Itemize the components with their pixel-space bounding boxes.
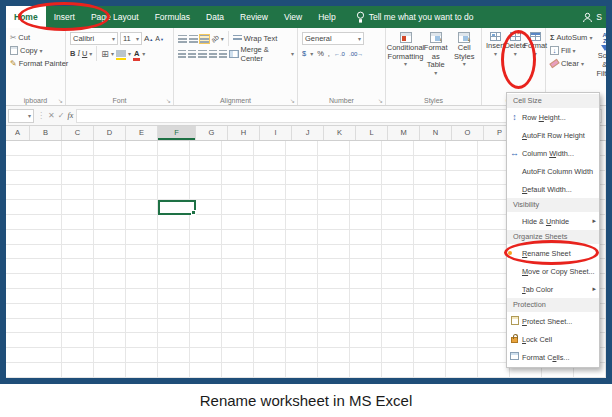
styles-group: Conditional Formatting ▾ ✎ Format as Tab… (386, 28, 482, 105)
chevron-down-icon[interactable]: ▾ (221, 35, 224, 42)
chevron-down-icon: ▾ (463, 61, 466, 68)
column-header-d[interactable]: D (94, 126, 126, 140)
align-middle-icon[interactable] (189, 35, 198, 43)
fill-color-icon[interactable] (116, 50, 126, 57)
comma-button[interactable]: , (328, 49, 330, 58)
grow-font-button[interactable]: A▲ (144, 34, 153, 43)
chevron-down-icon[interactable]: ▾ (291, 50, 294, 57)
column-header-o[interactable]: O (452, 126, 484, 140)
menu-item-label: Default Width... (522, 185, 596, 194)
cancel-icon[interactable]: ✕ (48, 111, 55, 120)
percent-button[interactable]: % (317, 49, 324, 58)
accept-icon[interactable]: ✓ (58, 111, 65, 120)
column-header-e[interactable]: E (126, 126, 158, 140)
font-group: Calibri ▾ 11 ▾ A▲ A▼ B I U ▾ ⊞ (66, 28, 174, 105)
menu-item-label: Format Cells... (522, 353, 596, 362)
fx-icon[interactable]: fx (67, 111, 73, 120)
menu-item-default-width[interactable]: Default Width... (507, 180, 599, 198)
menu-item-row-height[interactable]: ↕Row Height... (507, 108, 599, 126)
chevron-down-icon[interactable]: ▾ (89, 50, 92, 57)
merge-center-label[interactable]: Merge & Center (241, 45, 289, 63)
conditional-formatting-button[interactable]: Conditional Formatting ▾ (390, 31, 421, 77)
orientation-icon[interactable]: ab (210, 33, 220, 43)
fill-button[interactable]: ↓ Fill ▾ (550, 44, 592, 57)
chevron-down-icon[interactable]: ▾ (111, 50, 114, 57)
column-header-k[interactable]: K (324, 126, 356, 140)
tell-me-box[interactable]: Tell me what you want to do (356, 6, 474, 28)
column-header-h[interactable]: H (228, 126, 260, 140)
column-header-l[interactable]: L (356, 126, 388, 140)
tab-help[interactable]: Help (310, 6, 343, 28)
menu-item-format-cells[interactable]: Format Cells... (507, 348, 599, 366)
align-right-icon[interactable] (198, 50, 206, 58)
column-header-m[interactable]: M (388, 126, 420, 140)
dialog-launcher-icon[interactable]: ↘ (58, 97, 63, 104)
chevron-down-icon[interactable]: ▾ (142, 50, 145, 57)
italic-button[interactable]: I (77, 49, 80, 58)
number-format-select[interactable]: General ▾ (302, 32, 364, 45)
column-header-f[interactable]: F (158, 126, 196, 140)
align-center-icon[interactable] (188, 50, 196, 58)
align-left-icon[interactable] (178, 50, 186, 58)
increase-decimal-icon[interactable]: ←.0 (334, 51, 345, 57)
tab-data[interactable]: Data (198, 6, 232, 28)
font-size-select[interactable]: 11 ▾ (120, 32, 142, 45)
tab-view[interactable]: View (276, 6, 310, 28)
wrap-text-icon (233, 35, 242, 43)
alignment-group-label: Alignment (174, 97, 297, 104)
font-color-icon[interactable]: A (133, 49, 140, 58)
chevron-down-icon[interactable]: ▾ (40, 47, 43, 54)
column-header-n[interactable]: N (420, 126, 452, 140)
decrease-decimal-icon[interactable]: .00→ (349, 51, 363, 57)
clipboard-group: ✂ Cut Copy ▾ ✎ Format Painter ipboard ↘ (6, 28, 66, 105)
underline-button[interactable]: U (82, 49, 87, 58)
column-header-j[interactable]: J (292, 126, 324, 140)
chevron-down-icon[interactable]: ▾ (589, 34, 592, 41)
dialog-launcher-icon[interactable]: ↘ (290, 97, 295, 104)
increase-indent-icon[interactable] (219, 50, 227, 58)
cut-button[interactable]: ✂ Cut (10, 31, 62, 44)
sort-filter-button[interactable]: AZ Sort & Filter (596, 31, 606, 79)
column-header-c[interactable]: C (62, 126, 94, 140)
decrease-indent-icon[interactable] (209, 50, 217, 58)
align-top-icon[interactable] (178, 35, 187, 43)
format-painter-button[interactable]: ✎ Format Painter (10, 57, 62, 70)
column-header-g[interactable]: G (196, 126, 228, 140)
menu-item-autofit-column-width[interactable]: AutoFit Column Width (507, 162, 599, 180)
chevron-down-icon[interactable]: ▾ (128, 50, 131, 57)
name-box[interactable]: ▾ (8, 109, 34, 123)
menu-item-column-width[interactable]: ↔Column Width... (507, 144, 599, 162)
menu-item-label: Hide & Unhide (522, 217, 592, 226)
autosum-button[interactable]: Σ AutoSum ▾ (550, 31, 592, 44)
menu-item-lock-cell[interactable]: Lock Cell (507, 330, 599, 348)
chevron-down-icon: ▾ (136, 35, 139, 42)
currency-button[interactable]: $ (302, 49, 306, 58)
copy-button[interactable]: Copy ▾ (10, 44, 62, 57)
cell-styles-button[interactable]: ✎ Cell Styles ▾ (451, 31, 479, 77)
menu-item-autofit-row-height[interactable]: AutoFit Row Height (507, 126, 599, 144)
menu-item-tab-color[interactable]: Tab Color▸ (507, 280, 599, 298)
font-name-select[interactable]: Calibri ▾ (70, 32, 118, 45)
dialog-launcher-icon[interactable]: ↘ (166, 97, 171, 104)
dialog-launcher-icon[interactable]: ↘ (378, 97, 383, 104)
alignment-group: ab ▾ Wrap Text Merge & Center ▾ Align (174, 28, 298, 105)
clear-button[interactable]: Clear ▾ (550, 57, 592, 70)
column-header-b[interactable]: B (30, 126, 62, 140)
column-header-i[interactable]: I (260, 126, 292, 140)
menu-item-hide-unhide[interactable]: Hide & Unhide▸ (507, 212, 599, 230)
menu-item-protect-sheet[interactable]: Protect Sheet... (507, 312, 599, 330)
borders-icon[interactable]: ⊞ (101, 49, 109, 59)
chevron-down-icon[interactable]: ▾ (28, 112, 31, 119)
column-header-a[interactable]: A (6, 126, 30, 140)
wrap-text-label[interactable]: Wrap Text (244, 34, 278, 43)
shrink-font-button[interactable]: A▼ (155, 35, 164, 42)
align-bottom-icon[interactable] (200, 35, 209, 43)
selected-cell[interactable] (158, 200, 196, 215)
chevron-down-icon[interactable]: ▾ (310, 50, 313, 57)
account-area[interactable]: S (582, 6, 606, 28)
tab-review[interactable]: Review (232, 6, 276, 28)
tab-formulas[interactable]: Formulas (147, 6, 198, 28)
chevron-down-icon: ▾ (494, 51, 497, 58)
bold-button[interactable]: B (70, 49, 75, 58)
format-as-table-button[interactable]: ✎ Format as Table ▾ (422, 31, 450, 77)
